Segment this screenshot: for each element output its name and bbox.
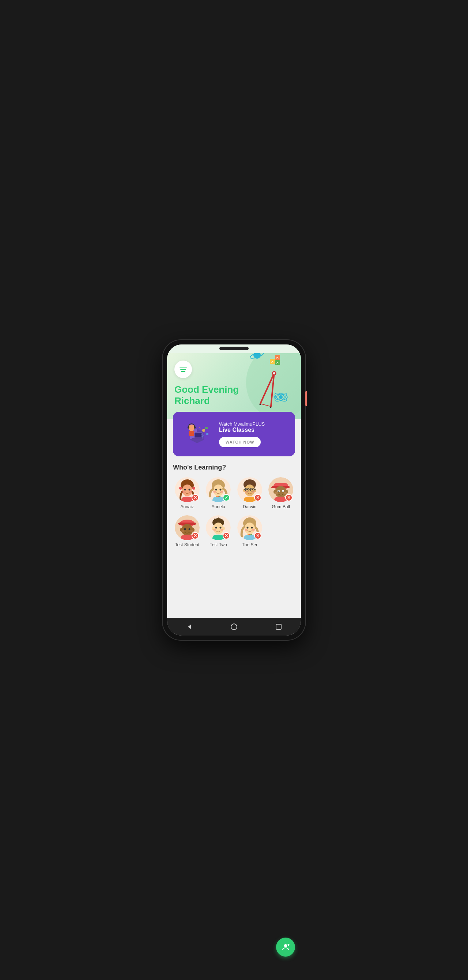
avatar-wrapper-theser: ✕ (237, 515, 262, 540)
svg-point-40 (184, 489, 186, 491)
navigation-bar (167, 618, 301, 636)
recents-button[interactable] (272, 620, 285, 633)
svg-rect-84 (178, 523, 181, 524)
badge-theser: ✕ (254, 532, 261, 539)
svg-line-63 (254, 489, 256, 490)
svg-point-110 (248, 534, 249, 535)
profile-name-annela: Annela (212, 504, 225, 509)
svg-point-72 (275, 486, 287, 498)
svg-point-78 (283, 491, 284, 492)
svg-point-53 (219, 496, 220, 497)
watch-now-button[interactable]: WATCH NOW (219, 437, 261, 447)
camera-notch (220, 347, 248, 350)
avatar-wrapper-annaiz: ✕ (175, 477, 200, 502)
svg-point-64 (247, 489, 248, 490)
avatar-wrapper-teststudent: ✕ (175, 515, 200, 540)
svg-point-48 (220, 489, 221, 491)
svg-point-79 (275, 492, 278, 494)
svg-point-109 (252, 529, 255, 531)
menu-icon (180, 367, 187, 372)
svg-point-101 (213, 529, 216, 531)
svg-text:C: C (276, 362, 279, 365)
svg-line-62 (244, 489, 245, 490)
profile-teststudent[interactable]: ✕ Test Student (173, 515, 201, 547)
svg-point-102 (220, 529, 223, 531)
badge-annaiz: ✕ (192, 494, 199, 501)
profile-name-teststudent: Test Student (175, 542, 199, 547)
banner-title: Live Classes (219, 427, 289, 433)
greeting-line1: Good Evening (174, 384, 294, 395)
svg-point-88 (184, 528, 186, 530)
profile-annaiz[interactable]: ✕ Annaiz (173, 477, 201, 509)
profile-name-darwin: Darwin (243, 504, 256, 509)
svg-point-107 (251, 527, 253, 529)
svg-point-52 (218, 496, 219, 497)
section-title: Who's Learning? (173, 464, 295, 471)
home-button[interactable] (228, 620, 240, 633)
svg-rect-24 (188, 426, 189, 429)
greeting-area: Good Evening Richard (174, 384, 294, 407)
svg-point-43 (189, 491, 192, 493)
profile-name-annaiz: Annaiz (180, 504, 194, 509)
svg-point-106 (247, 527, 248, 529)
svg-point-91 (190, 530, 193, 532)
bottom-spacer (167, 555, 301, 584)
svg-point-111 (249, 534, 250, 535)
svg-text:◯: ◯ (201, 434, 204, 437)
profile-darwin[interactable]: ✕ Darwin (236, 477, 264, 509)
svg-text:A: A (271, 360, 274, 363)
badge-darwin: ✕ (254, 494, 261, 501)
badge-teststudent: ✕ (192, 532, 199, 539)
greeting-line2: Richard (174, 395, 294, 407)
svg-point-51 (216, 496, 218, 497)
status-bar (167, 344, 301, 353)
svg-point-99 (215, 527, 217, 529)
menu-button[interactable] (174, 361, 192, 378)
avatar-wrapper-testtwo: ✕ (206, 515, 231, 540)
profile-gumball[interactable]: ✕ Gum Ball (267, 477, 295, 509)
svg-marker-116 (188, 625, 191, 629)
volume-button (305, 391, 307, 406)
svg-point-38 (179, 487, 182, 490)
banner-subtitle: Watch MwalimuPLUS (219, 421, 289, 427)
svg-point-41 (188, 489, 190, 491)
svg-point-56 (245, 485, 255, 496)
svg-rect-26 (189, 431, 194, 436)
phone-screen: A B C Good Evening (167, 344, 301, 636)
badge-gumball: ✕ (285, 494, 293, 501)
svg-rect-118 (276, 624, 281, 629)
svg-text:B: B (276, 356, 279, 360)
svg-point-80 (284, 492, 287, 494)
avatar-wrapper-gumball: ✕ (268, 477, 293, 502)
svg-point-47 (215, 489, 217, 491)
phone-frame: A B C Good Evening (163, 340, 305, 640)
avatar-wrapper-darwin: ✕ (237, 477, 262, 502)
svg-point-46 (213, 485, 223, 496)
header-area: A B C Good Evening (167, 353, 301, 419)
svg-point-77 (278, 491, 279, 492)
recents-icon (275, 623, 282, 630)
badge-testtwo: ✕ (223, 532, 230, 539)
svg-point-90 (181, 530, 184, 532)
back-button[interactable] (183, 620, 196, 633)
banner-content: Watch MwalimuPLUS Live Classes WATCH NOW (219, 421, 289, 447)
svg-point-30 (202, 429, 205, 432)
svg-point-85 (181, 524, 193, 536)
avatar-wrapper-annela: ✓ (206, 477, 231, 502)
svg-rect-25 (194, 426, 196, 429)
svg-point-37 (182, 485, 192, 496)
profile-annela[interactable]: ✓ Annela (204, 477, 233, 509)
svg-point-96 (213, 523, 223, 534)
svg-point-66 (245, 491, 248, 493)
profile-theser[interactable]: ✕ The Ser (236, 515, 264, 547)
svg-point-49 (213, 491, 216, 493)
svg-point-117 (231, 624, 237, 630)
svg-point-39 (192, 487, 195, 490)
profile-testtwo[interactable]: ✕ Test Two (204, 515, 233, 547)
live-classes-banner[interactable]: ✎ ◯ Watch MwalimuPLUS Live Classes WATCH… (173, 412, 295, 457)
back-icon (186, 623, 193, 630)
svg-point-50 (220, 491, 223, 493)
profile-name-gumball: Gum Ball (272, 504, 290, 509)
svg-point-105 (245, 523, 255, 534)
svg-text:✎: ✎ (199, 427, 201, 429)
